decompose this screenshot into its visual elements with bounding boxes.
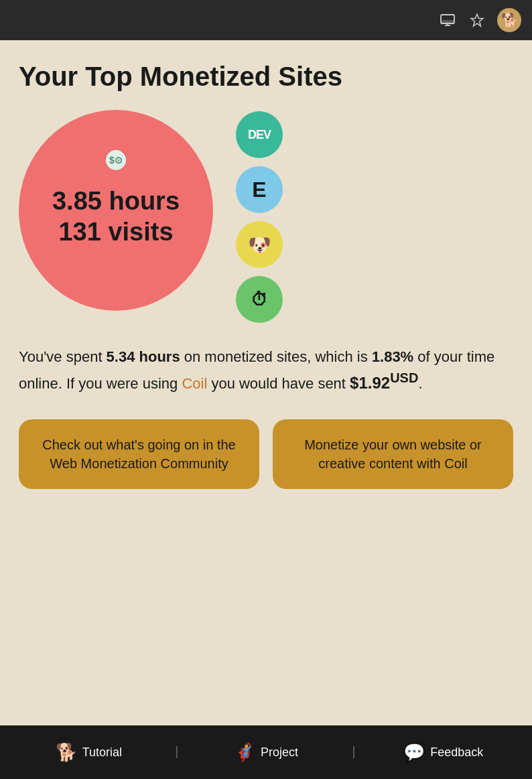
desc-text-4: you would have sent	[207, 375, 350, 392]
bubble-chart: $⊙ 3.85 hours 131 visits	[19, 110, 220, 324]
bubble-stats: 3.85 hours 131 visits	[52, 186, 180, 247]
coil-link[interactable]: Coil	[182, 375, 207, 392]
nav-tutorial[interactable]: 🐕 Tutorial	[0, 742, 178, 763]
desc-text-5: .	[418, 375, 422, 392]
main-content: Your Top Monetized Sites $⊙ 3.85 hours 1…	[0, 40, 532, 725]
tutorial-icon: 🐕	[56, 742, 77, 763]
page-title: Your Top Monetized Sites	[19, 62, 513, 91]
svg-rect-1	[441, 20, 454, 23]
nav-feedback[interactable]: 💬 Feedback	[354, 742, 532, 763]
desc-text-2: on monetized sites, which is	[180, 348, 372, 365]
description-text: You've spent 5.34 hours on monetized sit…	[19, 346, 513, 395]
chart-area: $⊙ 3.85 hours 131 visits DEV E 🐶 ⏱	[19, 110, 513, 324]
star-icon[interactable]	[468, 11, 486, 29]
monetize-button[interactable]: Monetize your own website or creative co…	[273, 419, 513, 489]
desc-percent: 1.83%	[372, 348, 413, 365]
project-icon: 🦸	[234, 742, 255, 763]
desc-amount: $1.92USD	[350, 374, 418, 392]
tutorial-label: Tutorial	[82, 746, 122, 760]
screen-icon[interactable]	[438, 11, 457, 29]
site-icon-e[interactable]: E	[236, 166, 283, 213]
browser-bar: 🐕	[0, 0, 532, 40]
bubble-hours: 3.85 hours	[52, 186, 180, 217]
bubble-visits: 131 visits	[52, 217, 180, 248]
desc-hours: 5.34 hours	[107, 348, 180, 365]
desc-text-1: You've spent	[19, 348, 107, 365]
nav-project[interactable]: 🦸 Project	[178, 742, 355, 763]
avatar[interactable]: 🐕	[497, 8, 521, 32]
site-icon-dev[interactable]: DEV	[236, 111, 283, 158]
site-icons-list: DEV E 🐶 ⏱	[236, 111, 283, 323]
bottom-nav: 🐕 Tutorial 🦸 Project 💬 Feedback	[0, 725, 532, 779]
svg-marker-4	[471, 14, 483, 26]
site-icon-dog[interactable]: 🐶	[236, 221, 283, 268]
money-icon: $⊙	[106, 150, 126, 170]
community-button[interactable]: Check out what's going on in the Web Mon…	[19, 419, 259, 489]
action-buttons: Check out what's going on in the Web Mon…	[19, 419, 513, 489]
project-label: Project	[261, 746, 298, 760]
feedback-icon: 💬	[403, 742, 425, 763]
site-icon-timer[interactable]: ⏱	[236, 276, 283, 323]
feedback-label: Feedback	[430, 746, 483, 760]
main-bubble: $⊙ 3.85 hours 131 visits	[19, 110, 213, 311]
